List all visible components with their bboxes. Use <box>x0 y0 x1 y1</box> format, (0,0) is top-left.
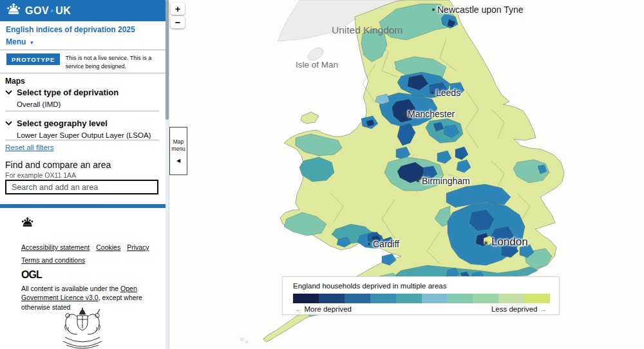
footer-link-accessibility[interactable]: Accessibility statement <box>21 243 90 251</box>
zoom-in-button[interactable]: + <box>171 3 185 15</box>
map-label-birmingham: Birmingham <box>417 176 470 186</box>
map-legend: England households deprived in multiple … <box>282 276 560 315</box>
city-name: London <box>491 236 528 248</box>
divider <box>0 73 166 73</box>
footer-links: Accessibility statementCookiesPrivacy Te… <box>21 241 156 267</box>
license-pre: All content is available under the <box>21 285 120 292</box>
prototype-text: This is not a live service. This is a se… <box>65 53 161 71</box>
city-name: Manchester <box>408 109 455 119</box>
crown-icon <box>21 217 33 231</box>
arrow-right-icon: → <box>540 305 547 313</box>
search-input[interactable] <box>5 180 158 194</box>
prototype-banner: PROTOTYPE This is not a live service. Th… <box>6 53 161 71</box>
sidebar: GOV•UK English indices of deprivation 20… <box>0 0 166 349</box>
menu-label: Menu <box>6 37 26 46</box>
filter-deprivation-type: Select type of deprivation Overall (IMD) <box>5 88 118 108</box>
filter-deprivation-type-toggle[interactable]: Select type of deprivation <box>5 88 118 97</box>
crown-icon <box>6 3 21 18</box>
filter-title: Select geography level <box>17 118 108 128</box>
logo-uk: UK <box>55 5 71 17</box>
country-name: United Kingdom <box>332 24 402 35</box>
city-dot-icon <box>368 243 370 245</box>
footer-link-cookies[interactable]: Cookies <box>96 243 120 251</box>
legend-more-deprived: ←More deprived <box>293 305 352 313</box>
ogl-logo: OGL <box>21 269 42 281</box>
prototype-badge: PROTOTYPE <box>6 53 60 65</box>
anglesey-shape <box>301 112 319 124</box>
chevron-down-icon <box>5 90 12 95</box>
filter-geography-level-toggle[interactable]: Select geography level <box>5 118 151 128</box>
city-dot-icon <box>432 8 435 11</box>
city-dot-icon <box>417 180 419 182</box>
city-dot-icon <box>402 113 405 115</box>
more-deprived-label: More deprived <box>305 305 352 313</box>
island-name: Isle of Man <box>296 60 338 70</box>
find-area-heading: Find and compare an area <box>5 160 111 170</box>
legend-gradient <box>293 294 550 303</box>
city-name: Cardiff <box>373 239 399 249</box>
find-area-hint: For example OX11 1AA <box>5 171 76 179</box>
section-divider-bar <box>0 204 166 208</box>
menu-button[interactable]: Menu▼ <box>6 37 34 46</box>
zoom-out-button[interactable]: − <box>171 16 185 28</box>
less-deprived-label: Less deprived <box>491 305 538 313</box>
footer-link-terms[interactable]: Terms and conditions <box>21 256 85 264</box>
filter-geography-level-value: Lower Layer Super Output Layer (LSOA) <box>17 131 151 139</box>
city-name: Newcastle upon Tyne <box>437 5 524 15</box>
chevron-down-icon <box>5 121 12 126</box>
royal-coat-of-arms <box>60 308 105 349</box>
collapse-left-icon: ◀ <box>170 158 187 164</box>
divider <box>5 111 159 111</box>
divider <box>0 50 166 50</box>
reset-filters-link[interactable]: Reset all filters <box>5 144 53 151</box>
map-label-newcastle: Newcastle upon Tyne <box>432 5 524 15</box>
filter-geography-level: Select geography level Lower Layer Super… <box>5 118 151 139</box>
filter-deprivation-type-value: Overall (IMD) <box>17 100 118 108</box>
chevron-down-icon: ▼ <box>29 40 34 46</box>
map-area[interactable]: Newcastle upon Tyne United Kingdom Isle … <box>169 0 644 349</box>
arrow-left-icon: ← <box>295 305 303 313</box>
city-name: Birmingham <box>422 176 470 186</box>
map-menu-button[interactable]: Map menu ◀ <box>169 127 187 175</box>
legend-title: England households deprived in multiple … <box>293 282 446 290</box>
legend-less-deprived: Less deprived→ <box>491 305 549 313</box>
city-dot-icon <box>431 91 433 94</box>
city-name: Leeds <box>436 88 460 98</box>
filter-title: Select type of deprivation <box>17 88 118 97</box>
govuk-header: GOV•UK <box>0 0 166 21</box>
map-label-cardiff: Cardiff <box>368 239 399 249</box>
maps-heading: Maps <box>5 77 25 86</box>
service-name-link[interactable]: English indices of deprivation 2025 <box>6 25 135 34</box>
logo-gov: GOV <box>25 5 49 17</box>
map-label-manchester: Manchester <box>402 109 455 119</box>
legend-labels: ←More deprived Less deprived→ <box>293 305 549 313</box>
map-label-leeds: Leeds <box>431 88 460 98</box>
zoom-control: + − <box>171 3 185 28</box>
divider <box>5 140 159 140</box>
govuk-logo: GOV•UK <box>25 5 71 17</box>
capital-star-icon: ✶ <box>482 238 489 248</box>
map-label-isle-of-man: Isle of Man <box>296 60 338 70</box>
map-label-london: ✶London <box>482 236 528 249</box>
map-label-united-kingdom: United Kingdom <box>332 24 402 36</box>
logo-dot: • <box>50 5 55 17</box>
app: GOV•UK English indices of deprivation 20… <box>0 0 644 349</box>
map-menu-label: Map menu <box>170 138 187 152</box>
footer-link-privacy[interactable]: Privacy <box>127 243 149 251</box>
